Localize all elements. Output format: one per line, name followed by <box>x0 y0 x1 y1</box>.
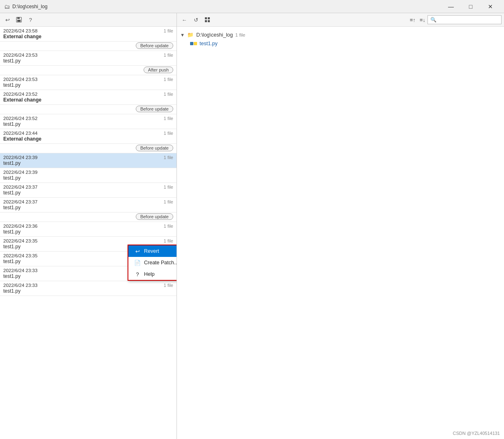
history-count: 1 file <box>164 238 173 243</box>
history-date: 2022/6/24 23:37 <box>3 185 37 189</box>
title-bar-left: 🗂 D:\log\ceshi_log <box>4 3 47 10</box>
search-box[interactable]: 🔍 <box>427 15 502 24</box>
history-badge[interactable]: Before update <box>136 145 173 151</box>
history-item[interactable]: 2022/6/24 23:361 filetest1.py <box>0 222 177 237</box>
file-tree-header: ▼ 📁 D:\log\ceshi_log 1 file <box>180 30 501 39</box>
main-container: ↩ ? 2022/6/24 23:581 fileExternal change… <box>0 13 504 439</box>
svg-rect-1 <box>17 17 20 19</box>
file-item[interactable]: test1.py <box>180 39 501 48</box>
history-item[interactable]: 2022/6/24 23:39test1.py <box>0 168 177 183</box>
badge-row: Before update <box>0 144 177 153</box>
history-date: 2022/6/24 23:52 <box>3 116 37 121</box>
history-date: 2022/6/24 23:37 <box>3 199 37 204</box>
history-item[interactable]: 2022/6/24 23:371 filetest1.py <box>0 183 177 198</box>
history-date: 2022/6/24 23:53 <box>3 53 37 58</box>
search-icon: 🔍 <box>430 17 437 23</box>
history-name: test1.py <box>3 205 173 210</box>
close-button[interactable]: ✕ <box>481 1 500 12</box>
history-date: 2022/6/24 23:52 <box>3 92 37 97</box>
window-title: D:\log\ceshi_log <box>12 4 47 9</box>
history-name: test1.py <box>3 175 173 181</box>
history-name: test1.py <box>3 58 173 64</box>
history-name: test1.py <box>3 121 173 127</box>
history-name: External change <box>3 97 173 103</box>
history-count: 1 file <box>164 92 173 97</box>
history-date: 2022/6/24 23:39 <box>3 155 37 160</box>
history-date: 2022/6/24 23:58 <box>3 28 37 33</box>
history-item[interactable]: 2022/6/24 23:521 fileExternal change <box>0 90 177 105</box>
title-bar-controls: — □ ✕ <box>441 1 500 12</box>
history-date: 2022/6/24 23:35 <box>3 238 37 243</box>
svg-rect-4 <box>208 17 210 19</box>
history-item[interactable]: 2022/6/24 23:331 filetest1.py <box>0 281 177 296</box>
history-count: 1 file <box>164 77 173 82</box>
history-count: 1 file <box>164 283 173 288</box>
history-count: 1 file <box>164 116 173 121</box>
history-count: 1 file <box>164 185 173 189</box>
context-menu-item-help[interactable]: ?Help <box>128 268 177 280</box>
right-panel: ← ↺ ≡↑ ≡↓ 🔍 ▼ <box>177 13 504 439</box>
history-list: 2022/6/24 23:581 fileExternal changeBefo… <box>0 27 177 439</box>
undo-button[interactable]: ↩ <box>2 15 12 25</box>
left-panel: ↩ ? 2022/6/24 23:581 fileExternal change… <box>0 13 177 439</box>
badge-row: After push <box>0 66 177 75</box>
folder-icon: 📁 <box>187 32 194 38</box>
history-date: 2022/6/24 23:39 <box>3 170 37 175</box>
history-badge[interactable]: Before update <box>136 42 173 49</box>
history-date: 2022/6/24 23:36 <box>3 224 37 229</box>
history-name: External change <box>3 136 173 142</box>
badge-row: Before update <box>0 213 177 222</box>
filter-desc-button[interactable]: ≡↓ <box>418 15 427 25</box>
back-button[interactable]: ← <box>179 15 189 25</box>
history-date: 2022/6/24 23:35 <box>3 253 37 258</box>
minimize-button[interactable]: — <box>441 1 460 12</box>
maximize-button[interactable]: □ <box>461 1 480 12</box>
badge-row: Before update <box>0 42 177 51</box>
context-menu-item-revert[interactable]: ↩Revert <box>128 245 177 257</box>
history-name: test1.py <box>3 160 173 166</box>
history-item[interactable]: 2022/6/24 23:391 filetest1.py <box>0 153 177 168</box>
history-item[interactable]: 2022/6/24 23:531 filetest1.py <box>0 75 177 90</box>
history-count: 1 file <box>164 155 173 160</box>
right-content: ▼ 📁 D:\log\ceshi_log 1 file test1.py CSD… <box>177 27 504 439</box>
history-count: 1 file <box>164 224 173 229</box>
history-item[interactable]: 2022/6/24 23:531 filetest1.py <box>0 51 177 66</box>
history-item[interactable]: 2022/6/24 23:521 filetest1.py <box>0 114 177 129</box>
right-toolbar-right: ≡↑ ≡↓ 🔍 <box>408 15 502 25</box>
revert-icon: ↩ <box>134 248 141 254</box>
refresh-button[interactable]: ↺ <box>191 15 201 25</box>
create-patch-icon: 📄 <box>134 259 141 266</box>
svg-rect-2 <box>17 20 21 22</box>
history-name: test1.py <box>3 288 173 294</box>
history-badge[interactable]: Before update <box>136 106 173 112</box>
python-file-icon <box>190 42 197 45</box>
tree-expand-icon[interactable]: ▼ <box>180 32 185 37</box>
title-bar: 🗂 D:\log\ceshi_log — □ ✕ <box>0 0 504 13</box>
history-item[interactable]: 2022/6/24 23:371 filetest1.py <box>0 198 177 213</box>
history-count: 1 file <box>164 28 173 33</box>
svg-rect-6 <box>208 20 210 22</box>
right-toolbar: ← ↺ ≡↑ ≡↓ 🔍 <box>177 13 504 27</box>
left-toolbar: ↩ ? <box>0 13 177 27</box>
history-count: 1 file <box>164 53 173 58</box>
help-icon: ? <box>134 271 141 277</box>
history-item[interactable]: 2022/6/24 23:581 fileExternal change <box>0 27 177 42</box>
context-menu-label: Revert <box>144 248 159 254</box>
history-item[interactable]: 2022/6/24 23:441 fileExternal change <box>0 129 177 144</box>
history-name: test1.py <box>3 190 173 196</box>
history-date: 2022/6/24 23:44 <box>3 131 37 136</box>
history-count: 1 file <box>164 131 173 136</box>
help-button[interactable]: ? <box>26 15 35 25</box>
context-menu-label: Create Patch... <box>144 260 177 266</box>
svg-rect-5 <box>205 20 207 22</box>
save-button[interactable] <box>14 15 24 25</box>
grid-button[interactable] <box>202 15 212 25</box>
context-menu-item-create-patch[interactable]: 📄Create Patch... <box>128 257 177 268</box>
app-icon: 🗂 <box>4 3 10 10</box>
filter-asc-button[interactable]: ≡↑ <box>408 15 418 25</box>
history-name: External change <box>3 34 173 39</box>
history-badge[interactable]: After push <box>144 67 173 73</box>
history-badge[interactable]: Before update <box>136 213 173 220</box>
folder-file-count: 1 file <box>235 32 245 37</box>
history-date: 2022/6/24 23:53 <box>3 77 37 82</box>
